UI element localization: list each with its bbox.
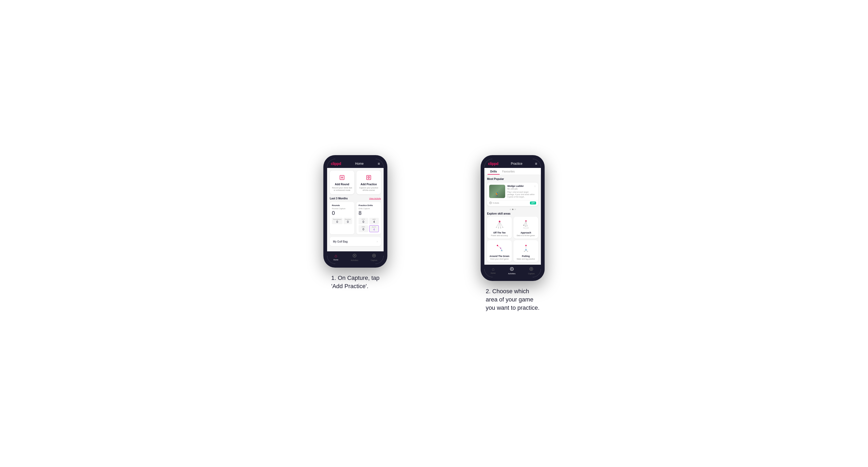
ott-value: 0 bbox=[360, 220, 367, 223]
home-nav-icon-1: ⌂ bbox=[335, 253, 337, 258]
tournament-value: 0 bbox=[333, 220, 341, 223]
drill-description: Play 1 shot at each target yardage. If y… bbox=[507, 191, 536, 198]
skill-title-arg: Around The Green bbox=[490, 255, 509, 257]
svg-point-22 bbox=[502, 227, 503, 228]
dot-3 bbox=[515, 209, 516, 210]
phone1-frame: clippd Home ≡ bbox=[323, 155, 388, 268]
drill-yardage: 50–100 yds bbox=[507, 188, 536, 190]
action-cards: Add Round Record your shots fast or enha… bbox=[330, 170, 381, 195]
activities-nav-label-1: Activities bbox=[351, 259, 358, 261]
skill-desc-ott: Power and accuracy bbox=[491, 235, 508, 237]
svg-point-45 bbox=[511, 269, 513, 270]
app-logo-2: clippd bbox=[488, 161, 498, 166]
phone2-column: clippd Practice ≡ Drills Favourites Most… bbox=[445, 155, 581, 312]
drills-sub-grid: OTT 0 APP 4 ARG 0 bbox=[359, 218, 379, 232]
golf-bag-chevron: › bbox=[377, 240, 378, 243]
app-stat: APP 4 bbox=[369, 218, 379, 224]
nav-capture-1[interactable]: Capture bbox=[371, 253, 377, 261]
skill-visual-ott bbox=[493, 219, 506, 230]
svg-point-19 bbox=[496, 227, 497, 228]
skill-visual-approach bbox=[520, 219, 532, 230]
shots-label: 9 shots bbox=[493, 202, 499, 204]
skill-card-putt[interactable]: Putting Make and lag practice bbox=[514, 240, 538, 262]
skill-visual-arg bbox=[493, 243, 506, 253]
add-practice-card[interactable]: Add Practice Capture your practice off-t… bbox=[356, 170, 381, 195]
svg-point-42 bbox=[527, 251, 528, 252]
caption1-text: 1. On Capture, tap 'Add Practice'. bbox=[331, 274, 380, 290]
tab-favourites[interactable]: Favourites bbox=[500, 168, 518, 175]
drills-capture-label: Drills Capture bbox=[359, 208, 379, 210]
menu-icon-1[interactable]: ≡ bbox=[378, 161, 380, 166]
stats-container: Rounds Rounds Capture 0 Tournament 0 Pra… bbox=[330, 202, 381, 234]
skill-visual-putt bbox=[520, 243, 532, 253]
dot-2 bbox=[512, 209, 514, 210]
svg-point-41 bbox=[524, 251, 525, 252]
nav-home-2[interactable]: ⌂ Home bbox=[491, 267, 496, 275]
clock-icon bbox=[489, 201, 492, 204]
drill-card[interactable]: 🏌 Wedge Ladder ☆ 50–100 yds Play 1 shot … bbox=[487, 183, 538, 206]
svg-line-26 bbox=[526, 221, 527, 226]
add-round-icon bbox=[338, 173, 346, 182]
drills-capture-value: 8 bbox=[359, 210, 379, 216]
svg-point-20 bbox=[498, 227, 499, 228]
drill-footer: 9 shots APP bbox=[487, 200, 538, 206]
home-header-title: Home bbox=[355, 162, 364, 165]
page-wrapper: clippd Home ≡ bbox=[287, 155, 581, 312]
putt-value: 4 bbox=[371, 228, 377, 231]
capture-nav-label-2: Capture bbox=[528, 273, 535, 275]
view-activity-link[interactable]: View Activity bbox=[369, 197, 381, 200]
star-icon[interactable]: ☆ bbox=[534, 185, 536, 188]
explore-label: Explore skill areas bbox=[487, 212, 538, 215]
skill-title-ott: Off The Tee bbox=[493, 231, 505, 234]
skill-card-ott[interactable]: Off The Tee Power and accuracy bbox=[487, 217, 512, 239]
rounds-capture-label: Rounds Capture bbox=[332, 208, 352, 210]
drills-stat-box: Practice Drills Drills Capture 8 OTT 0 A… bbox=[356, 202, 381, 234]
nav-capture-2[interactable]: Capture bbox=[528, 267, 535, 275]
nav-activities-1[interactable]: Activities bbox=[351, 253, 358, 261]
add-practice-icon bbox=[365, 173, 373, 182]
drill-title: Wedge Ladder bbox=[507, 185, 524, 187]
home-nav-label-2: Home bbox=[491, 272, 496, 274]
menu-icon-2[interactable]: ≡ bbox=[535, 161, 537, 166]
capture-nav-label-1: Capture bbox=[371, 259, 377, 261]
skill-card-arg[interactable]: Around The Green Hone your short game bbox=[487, 240, 512, 262]
skill-desc-arg: Hone your short game bbox=[490, 258, 509, 260]
home-content: Add Round Record your shots fast or enha… bbox=[327, 168, 383, 252]
svg-rect-3 bbox=[367, 176, 371, 180]
add-round-card[interactable]: Add Round Record your shots fast or enha… bbox=[330, 170, 354, 195]
nav-activities-2[interactable]: Activities bbox=[508, 267, 516, 275]
svg-point-28 bbox=[525, 225, 526, 226]
skill-card-approach[interactable]: Approach Dial-in to hit the green bbox=[514, 217, 538, 239]
nav-home-1[interactable]: ⌂ Home bbox=[333, 253, 338, 261]
add-round-title: Add Round bbox=[335, 183, 349, 186]
practice-header-title: Practice bbox=[511, 162, 522, 165]
phone2-frame: clippd Practice ≡ Drills Favourites Most… bbox=[480, 155, 545, 281]
practice-stat: Practice 0 bbox=[344, 218, 352, 224]
drill-info: Wedge Ladder ☆ 50–100 yds Play 1 shot at… bbox=[507, 185, 536, 198]
dot-1 bbox=[510, 209, 511, 210]
svg-point-21 bbox=[500, 227, 501, 228]
golf-bag-row[interactable]: My Golf Bag › bbox=[330, 237, 381, 246]
svg-line-18 bbox=[500, 221, 503, 227]
activities-nav-icon-1 bbox=[352, 253, 357, 259]
tabs-row: Drills Favourites bbox=[485, 168, 541, 175]
phone2-bottom-nav: ⌂ Home Activities bbox=[485, 265, 541, 277]
svg-point-43 bbox=[525, 249, 527, 250]
skill-desc-putt: Make and lag practice bbox=[517, 258, 535, 260]
svg-point-7 bbox=[354, 255, 355, 256]
drill-image: 🏌 bbox=[489, 185, 505, 198]
ott-stat: OTT 0 bbox=[359, 218, 368, 224]
tab-drills[interactable]: Drills bbox=[488, 168, 500, 175]
activities-nav-icon-2 bbox=[510, 267, 514, 272]
rounds-stat-box: Rounds Rounds Capture 0 Tournament 0 Pra… bbox=[330, 202, 354, 234]
skill-grid: Off The Tee Power and accuracy bbox=[487, 217, 538, 262]
phone1-header: clippd Home ≡ bbox=[327, 159, 383, 168]
dots-row bbox=[487, 209, 538, 210]
rounds-sub-grid: Tournament 0 Practice 0 bbox=[332, 218, 352, 224]
rounds-title: Rounds bbox=[332, 204, 352, 207]
practice-value: 0 bbox=[345, 220, 351, 223]
drill-card-inner: 🏌 Wedge Ladder ☆ 50–100 yds Play 1 shot … bbox=[487, 183, 538, 200]
add-practice-desc: Capture your practice off-the-course bbox=[359, 187, 379, 192]
drill-title-row: Wedge Ladder ☆ bbox=[507, 185, 536, 188]
putt-stat: PUTT 4 bbox=[369, 225, 379, 232]
